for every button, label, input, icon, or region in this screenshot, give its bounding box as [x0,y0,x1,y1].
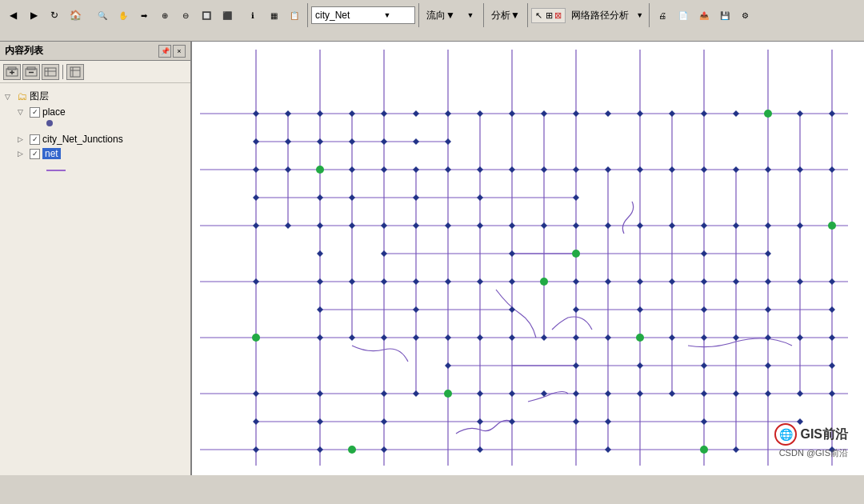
panel-header: 内容列表 📌 × [0,42,190,61]
svg-rect-13 [192,42,864,475]
panel-title: 内容列表 [5,44,43,58]
analyze-btn[interactable]: 分析▼ [487,6,524,25]
net-checkbox[interactable]: ✓ [30,149,40,159]
panel-toolbar [0,61,190,83]
junctions-label: city_Net_Junctions [42,134,123,145]
net-symbol [46,162,189,174]
svg-point-215 [572,250,580,258]
svg-point-221 [252,334,260,342]
root-layer-label: 图层 [30,90,49,103]
flow-arrow-btn[interactable]: ▼ [461,6,480,25]
back-btn[interactable]: ◀ [3,6,22,25]
nav-icons: ◀ ▶ ↻ 🏠 🔍 ✋ ➡ ⊕ ⊖ 🔲 ⬛ ℹ ▦ 📋 city_Net ▼ 流… [3,3,755,27]
forward-btn[interactable]: ▶ [24,6,43,25]
dropdown-arrow-icon: ▼ [363,11,411,19]
tool1-btn[interactable]: 🔍 [93,6,112,25]
tool6-btn[interactable]: 🔲 [197,6,216,25]
tool2-btn[interactable]: ✋ [114,6,133,25]
print2-btn[interactable]: 📄 [674,6,693,25]
place-label: place [42,106,66,118]
network-analysis-section: ↖ ⊞ ⊠ [531,8,566,23]
attr-btn[interactable]: 📋 [285,6,304,25]
svg-rect-7 [45,68,56,76]
expand-place-icon: ▽ [18,108,27,116]
svg-point-219 [700,446,708,454]
junctions-item: ▷ ✓ city_Net_Junctions [14,132,189,146]
expand-all-btn[interactable] [66,64,84,80]
svg-point-214 [316,166,324,174]
junctions-row[interactable]: ▷ ✓ city_Net_Junctions [14,132,189,146]
left-panel: 内容列表 📌 × [0,42,192,475]
save-btn[interactable]: 💾 [715,6,734,25]
expand-net-icon: ▷ [18,150,27,158]
tool7-btn[interactable]: ⬛ [218,6,237,25]
place-symbol [46,118,189,129]
svg-point-222 [828,222,836,230]
panel-controls: 📌 × [158,45,186,58]
tool3-btn[interactable]: ➡ [134,6,154,25]
select-btn[interactable]: ▦ [264,6,283,25]
folder-icon: 🗂 [17,90,27,102]
main-content: 内容列表 📌 × [0,42,864,475]
net-symbol-line [46,170,66,171]
junctions-checkbox[interactable]: ✓ [30,134,40,145]
svg-point-218 [444,390,452,398]
place-item: ▽ ✓ place [14,105,189,129]
net-item: ▷ ✓ net [14,146,189,174]
na-nodes-icon: ⊞ [546,10,553,21]
layer-properties-btn[interactable] [42,64,59,80]
expand-junctions-icon: ▷ [18,135,27,143]
root-layer-item: ▽ 🗂 图层 ▽ ✓ place [2,86,189,178]
na-cursor-icon: ↖ [535,10,542,21]
svg-point-216 [764,110,772,118]
flow-btn[interactable]: 流向▼ [422,6,459,25]
pin-btn[interactable]: 📌 [158,45,171,58]
net-label: net [42,148,61,159]
tool4-btn[interactable]: ⊕ [155,6,174,25]
svg-point-220 [348,446,356,454]
toolbar-sep [62,65,63,79]
city-net-dropdown[interactable]: city_Net ▼ [311,6,415,24]
place-symbol-circle [46,120,53,126]
place-checkbox[interactable]: ✓ [30,107,40,118]
na-dropdown-arrow: ▼ [634,11,646,19]
refresh-btn[interactable]: ↻ [45,6,64,25]
network-analysis-btn[interactable]: 网络路径分析 [567,6,633,25]
map-canvas [192,42,864,475]
svg-rect-10 [70,67,80,77]
map-area[interactable]: 🌐 GIS前沿 CSDN @GIS前沿 [192,42,864,475]
svg-point-223 [540,278,548,286]
export-btn[interactable]: 📤 [694,6,714,25]
layer-tree: ▽ 🗂 图层 ▽ ✓ place [0,83,190,182]
net-row[interactable]: ▷ ✓ net [14,146,189,161]
print1-btn[interactable]: 🖨 [653,6,672,25]
top-toolbar: ◀ ▶ ↻ 🏠 🔍 ✋ ➡ ⊕ ⊖ 🔲 ⬛ ℹ ▦ 📋 city_Net ▼ 流… [0,0,864,42]
settings-btn[interactable]: ⚙ [736,6,755,25]
close-panel-btn[interactable]: × [173,45,186,58]
home-btn[interactable]: 🏠 [66,6,85,25]
add-layer-btn[interactable] [3,64,21,80]
svg-point-217 [636,334,644,342]
root-layer-row[interactable]: ▽ 🗂 图层 [2,88,189,105]
tool5-btn[interactable]: ⊖ [176,6,195,25]
remove-layer-btn[interactable] [22,64,40,80]
expand-root-icon: ▽ [5,93,14,101]
info-btn[interactable]: ℹ [243,6,262,25]
na-route-icon: ⊠ [554,10,562,21]
